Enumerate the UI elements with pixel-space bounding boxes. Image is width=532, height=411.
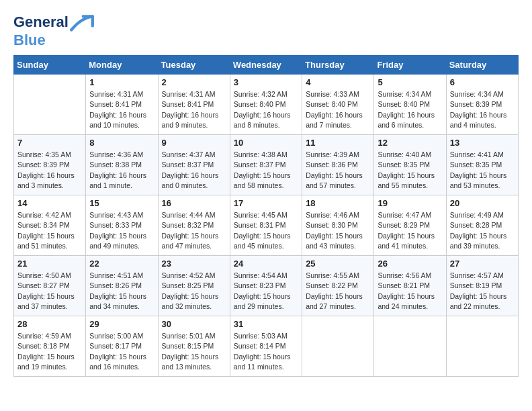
header-saturday: Saturday: [446, 56, 518, 75]
day-info: Sunrise: 4:56 AMSunset: 8:21 PMDaylight:…: [378, 271, 442, 312]
day-info: Sunrise: 4:33 AMSunset: 8:40 PMDaylight:…: [306, 89, 370, 130]
day-number: 11: [306, 138, 370, 148]
day-number: 14: [17, 198, 82, 208]
day-info: Sunrise: 4:34 AMSunset: 8:39 PMDaylight:…: [450, 89, 515, 130]
calendar-cell: 16Sunrise: 4:44 AMSunset: 8:32 PMDayligh…: [158, 195, 230, 256]
day-info: Sunrise: 4:45 AMSunset: 8:31 PMDaylight:…: [234, 210, 298, 251]
day-number: 25: [306, 259, 370, 269]
calendar-week-1: 1Sunrise: 4:31 AMSunset: 8:41 PMDaylight…: [14, 75, 519, 135]
day-number: 8: [89, 138, 154, 148]
day-info: Sunrise: 4:43 AMSunset: 8:33 PMDaylight:…: [89, 210, 154, 251]
calendar-cell: 7Sunrise: 4:35 AMSunset: 8:39 PMDaylight…: [14, 135, 86, 195]
day-info: Sunrise: 4:34 AMSunset: 8:40 PMDaylight:…: [378, 89, 442, 130]
calendar-cell: 14Sunrise: 4:42 AMSunset: 8:34 PMDayligh…: [14, 195, 86, 256]
calendar-cell: 6Sunrise: 4:34 AMSunset: 8:39 PMDaylight…: [446, 75, 518, 135]
day-info: Sunrise: 4:32 AMSunset: 8:40 PMDaylight:…: [234, 89, 298, 130]
calendar-cell: 25Sunrise: 4:55 AMSunset: 8:22 PMDayligh…: [302, 256, 374, 316]
calendar-cell: [302, 316, 374, 377]
header-thursday: Thursday: [302, 56, 374, 75]
calendar-cell: [14, 75, 86, 135]
calendar-cell: 2Sunrise: 4:31 AMSunset: 8:41 PMDaylight…: [158, 75, 230, 135]
day-info: Sunrise: 4:40 AMSunset: 8:35 PMDaylight:…: [378, 150, 442, 191]
day-number: 2: [162, 77, 226, 87]
calendar-cell: 19Sunrise: 4:47 AMSunset: 8:29 PMDayligh…: [374, 195, 446, 256]
calendar-week-3: 14Sunrise: 4:42 AMSunset: 8:34 PMDayligh…: [14, 195, 519, 256]
day-info: Sunrise: 4:38 AMSunset: 8:37 PMDaylight:…: [234, 150, 298, 191]
calendar-cell: 10Sunrise: 4:38 AMSunset: 8:37 PMDayligh…: [230, 135, 302, 195]
calendar-cell: 8Sunrise: 4:36 AMSunset: 8:38 PMDaylight…: [86, 135, 158, 195]
page-header: GeneralBlue: [13, 13, 519, 48]
day-info: Sunrise: 4:35 AMSunset: 8:39 PMDaylight:…: [17, 150, 82, 191]
logo: GeneralBlue: [13, 13, 94, 48]
calendar-cell: 26Sunrise: 4:56 AMSunset: 8:21 PMDayligh…: [374, 256, 446, 316]
day-info: Sunrise: 4:55 AMSunset: 8:22 PMDaylight:…: [306, 271, 370, 312]
day-info: Sunrise: 4:47 AMSunset: 8:29 PMDaylight:…: [378, 210, 442, 251]
day-number: 26: [378, 259, 442, 269]
calendar-cell: 21Sunrise: 4:50 AMSunset: 8:27 PMDayligh…: [14, 256, 86, 316]
logo-text: GeneralBlue: [13, 13, 94, 48]
calendar-cell: 24Sunrise: 4:54 AMSunset: 8:23 PMDayligh…: [230, 256, 302, 316]
day-number: 13: [450, 138, 515, 148]
day-number: 23: [162, 259, 226, 269]
header-sunday: Sunday: [14, 56, 86, 75]
calendar-week-4: 21Sunrise: 4:50 AMSunset: 8:27 PMDayligh…: [14, 256, 519, 316]
calendar-cell: 18Sunrise: 4:46 AMSunset: 8:30 PMDayligh…: [302, 195, 374, 256]
calendar-cell: 5Sunrise: 4:34 AMSunset: 8:40 PMDaylight…: [374, 75, 446, 135]
day-info: Sunrise: 4:39 AMSunset: 8:36 PMDaylight:…: [306, 150, 370, 191]
calendar-cell: 28Sunrise: 4:59 AMSunset: 8:18 PMDayligh…: [14, 316, 86, 377]
calendar-cell: 11Sunrise: 4:39 AMSunset: 8:36 PMDayligh…: [302, 135, 374, 195]
day-number: 27: [450, 259, 515, 269]
day-info: Sunrise: 5:01 AMSunset: 8:15 PMDaylight:…: [162, 331, 226, 372]
day-info: Sunrise: 4:42 AMSunset: 8:34 PMDaylight:…: [17, 210, 82, 251]
day-info: Sunrise: 4:49 AMSunset: 8:28 PMDaylight:…: [450, 210, 515, 251]
day-number: 24: [234, 259, 298, 269]
calendar-cell: 9Sunrise: 4:37 AMSunset: 8:37 PMDaylight…: [158, 135, 230, 195]
day-number: 19: [378, 198, 442, 208]
calendar-cell: 15Sunrise: 4:43 AMSunset: 8:33 PMDayligh…: [86, 195, 158, 256]
calendar-cell: 30Sunrise: 5:01 AMSunset: 8:15 PMDayligh…: [158, 316, 230, 377]
day-number: 12: [378, 138, 442, 148]
header-tuesday: Tuesday: [158, 56, 230, 75]
calendar-cell: [446, 316, 518, 377]
day-info: Sunrise: 4:50 AMSunset: 8:27 PMDaylight:…: [17, 271, 82, 312]
day-number: 17: [234, 198, 298, 208]
calendar-cell: 1Sunrise: 4:31 AMSunset: 8:41 PMDaylight…: [86, 75, 158, 135]
day-number: 1: [89, 77, 154, 87]
day-number: 21: [17, 259, 82, 269]
calendar-cell: 12Sunrise: 4:40 AMSunset: 8:35 PMDayligh…: [374, 135, 446, 195]
day-info: Sunrise: 4:41 AMSunset: 8:35 PMDaylight:…: [450, 150, 515, 191]
calendar-week-2: 7Sunrise: 4:35 AMSunset: 8:39 PMDaylight…: [14, 135, 519, 195]
day-info: Sunrise: 4:52 AMSunset: 8:25 PMDaylight:…: [162, 271, 226, 312]
calendar-cell: 3Sunrise: 4:32 AMSunset: 8:40 PMDaylight…: [230, 75, 302, 135]
day-number: 6: [450, 77, 515, 87]
day-number: 28: [17, 319, 82, 329]
day-info: Sunrise: 4:59 AMSunset: 8:18 PMDaylight:…: [17, 331, 82, 372]
day-number: 18: [306, 198, 370, 208]
day-info: Sunrise: 4:37 AMSunset: 8:37 PMDaylight:…: [162, 150, 226, 191]
day-info: Sunrise: 4:31 AMSunset: 8:41 PMDaylight:…: [89, 89, 154, 130]
day-info: Sunrise: 4:51 AMSunset: 8:26 PMDaylight:…: [89, 271, 154, 312]
day-info: Sunrise: 4:46 AMSunset: 8:30 PMDaylight:…: [306, 210, 370, 251]
day-number: 29: [89, 319, 154, 329]
day-number: 3: [234, 77, 298, 87]
day-info: Sunrise: 5:00 AMSunset: 8:17 PMDaylight:…: [89, 331, 154, 372]
day-number: 15: [89, 198, 154, 208]
day-number: 5: [378, 77, 442, 87]
day-number: 10: [234, 138, 298, 148]
day-number: 30: [162, 319, 226, 329]
day-number: 31: [234, 319, 298, 329]
day-info: Sunrise: 4:54 AMSunset: 8:23 PMDaylight:…: [234, 271, 298, 312]
calendar-cell: 4Sunrise: 4:33 AMSunset: 8:40 PMDaylight…: [302, 75, 374, 135]
calendar-cell: 20Sunrise: 4:49 AMSunset: 8:28 PMDayligh…: [446, 195, 518, 256]
calendar-cell: 13Sunrise: 4:41 AMSunset: 8:35 PMDayligh…: [446, 135, 518, 195]
day-info: Sunrise: 4:57 AMSunset: 8:19 PMDaylight:…: [450, 271, 515, 312]
day-info: Sunrise: 4:36 AMSunset: 8:38 PMDaylight:…: [89, 150, 154, 191]
calendar-cell: 17Sunrise: 4:45 AMSunset: 8:31 PMDayligh…: [230, 195, 302, 256]
calendar-week-5: 28Sunrise: 4:59 AMSunset: 8:18 PMDayligh…: [14, 316, 519, 377]
day-number: 9: [162, 138, 226, 148]
header-friday: Friday: [374, 56, 446, 75]
day-number: 20: [450, 198, 515, 208]
header-monday: Monday: [86, 56, 158, 75]
calendar-cell: 22Sunrise: 4:51 AMSunset: 8:26 PMDayligh…: [86, 256, 158, 316]
calendar-header-row: SundayMondayTuesdayWednesdayThursdayFrid…: [14, 56, 519, 75]
